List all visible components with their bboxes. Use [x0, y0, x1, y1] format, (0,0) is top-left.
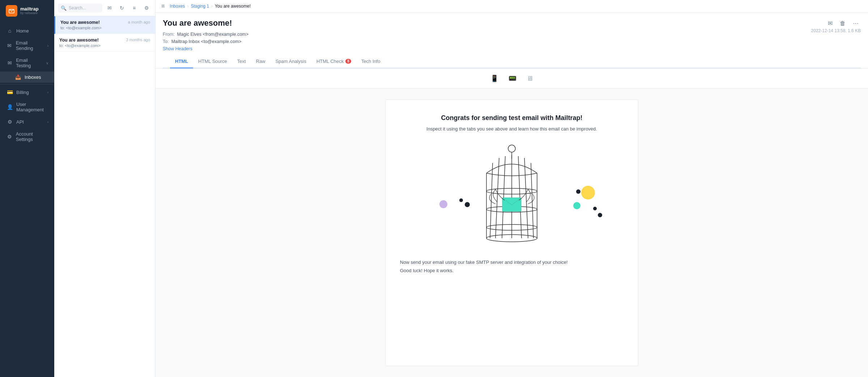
tab-spam-analysis-label: Spam Analysis: [276, 59, 306, 64]
breadcrumb-current: You are awesome!: [215, 4, 251, 9]
chevron-icon: ›: [47, 44, 48, 48]
table-row[interactable]: You are awesome! a month ago to: <to@exa…: [54, 16, 155, 34]
sidebar-item-email-sending[interactable]: ✉ Email Sending ›: [0, 37, 54, 54]
tab-tech-info[interactable]: Tech Info: [356, 55, 386, 68]
refresh-btn[interactable]: ↻: [117, 3, 127, 13]
cage-svg: [476, 144, 548, 249]
breadcrumb-staging[interactable]: Staging 1: [191, 4, 209, 9]
mobile-view-button[interactable]: 📱: [488, 73, 501, 84]
svg-line-6: [495, 158, 499, 238]
tab-spam-analysis[interactable]: Spam Analysis: [271, 55, 311, 68]
svg-point-2: [508, 145, 515, 152]
tab-html-source-label: HTML Source: [198, 59, 227, 64]
email-rendered: Congrats for sending test email with Mai…: [156, 89, 868, 377]
breadcrumb: ≡ Inboxes › Staging 1 › You are awesome!: [156, 0, 868, 13]
sidebar-item-home[interactable]: ⌂ Home: [0, 25, 54, 37]
sidebar-item-account-settings[interactable]: ⚙ Account Settings: [0, 128, 54, 145]
congrats-title: Congrats for sending test email with Mai…: [400, 114, 624, 122]
group-btn[interactable]: ≡: [129, 3, 139, 13]
tab-html[interactable]: HTML: [170, 55, 193, 68]
tablet-view-button[interactable]: 📟: [506, 73, 519, 84]
sidebar-item-user-management-label: User Management: [16, 102, 48, 112]
tab-html-source[interactable]: HTML Source: [193, 55, 232, 68]
email-list-panel: 🔍 ✉ ↻ ≡ ⚙ You are awesome! a month ago t…: [54, 0, 156, 377]
table-row[interactable]: You are awesome! 3 months ago to: <to@ex…: [54, 34, 155, 52]
sidebar-item-billing[interactable]: 💳 Billing ›: [0, 86, 54, 98]
home-icon: ⌂: [7, 28, 13, 34]
main-content: ≡ Inboxes › Staging 1 › You are awesome!…: [156, 0, 868, 377]
breadcrumb-separator-2: ›: [211, 4, 213, 9]
to-label: To:: [163, 39, 169, 44]
billing-chevron-icon: ›: [47, 90, 48, 94]
search-icon: 🔍: [61, 5, 67, 11]
more-options-button[interactable]: ⋯: [851, 18, 861, 28]
email-list-toolbar: 🔍 ✉ ↻ ≡ ⚙: [54, 0, 155, 16]
api-icon: ⚙: [7, 119, 13, 125]
html-check-badge: 8: [345, 59, 351, 64]
email-subject: You are awesome!: [59, 38, 99, 43]
email-title: You are awesome!: [163, 18, 248, 28]
email-actions: ✉ 🗑 ⋯: [826, 18, 861, 28]
email-filter-btn[interactable]: ✉: [105, 3, 115, 13]
delete-email-button[interactable]: 🗑: [838, 19, 848, 28]
dot-dark-4: [593, 207, 597, 210]
tab-text-label: Text: [237, 59, 246, 64]
sidebar-item-email-testing-label: Email Testing: [16, 57, 42, 68]
tab-raw-label: Raw: [256, 59, 265, 64]
sidebar-item-inboxes-label: Inboxes: [25, 74, 41, 80]
tab-text[interactable]: Text: [232, 55, 251, 68]
after-cage-text: Now send your email using our fake SMTP …: [400, 251, 624, 275]
settings-btn[interactable]: ⚙: [141, 3, 152, 13]
svg-line-10: [524, 158, 528, 238]
tab-raw[interactable]: Raw: [251, 55, 271, 68]
email-tabs: HTML HTML Source Text Raw Spam Analysis …: [163, 55, 861, 68]
sidebar-nav: ⌂ Home ✉ Email Sending › ✉ Email Testing…: [0, 22, 54, 377]
email-datetime: 2022-12-14 13:58, 1.6 KB: [811, 28, 861, 33]
sidebar-item-email-testing[interactable]: ✉ Email Testing ∨: [0, 54, 54, 72]
group-icon: ≡: [133, 5, 136, 11]
gear-icon: ⚙: [144, 5, 149, 11]
sidebar-item-inboxes[interactable]: 📥 Inboxes: [0, 72, 54, 83]
tablet-icon: 📟: [509, 75, 516, 82]
forward-icon: ✉: [828, 20, 833, 26]
sidebar-item-user-management[interactable]: 👤 User Management: [0, 98, 54, 116]
from-value: Magic Elves <from@example.com>: [177, 32, 248, 37]
search-input[interactable]: [69, 5, 99, 10]
email-content-box: Congrats for sending test email with Mai…: [385, 99, 638, 366]
email-body-wrapper: 📱 📟 🖥 Congrats for sending test email wi…: [156, 69, 868, 377]
tab-html-label: HTML: [175, 59, 188, 64]
dot-dark-2: [465, 202, 470, 207]
followup-line-1: Now send your email using our fake SMTP …: [400, 258, 624, 266]
dot-dark-1: [459, 198, 463, 202]
dot-dark-5: [598, 213, 602, 217]
cage-illustration: [421, 142, 602, 251]
email-to: to: <to@example.com>: [59, 43, 150, 48]
search-box[interactable]: 🔍: [58, 4, 102, 13]
desktop-view-button[interactable]: 🖥: [524, 73, 536, 84]
sidebar-item-home-label: Home: [16, 28, 29, 34]
email-testing-icon: ✉: [7, 60, 12, 66]
hamburger-button[interactable]: ≡: [161, 3, 167, 9]
show-headers-button[interactable]: Show Headers: [163, 46, 192, 51]
sidebar-item-api[interactable]: ⚙ API ›: [0, 116, 54, 128]
congrats-text: Inspect it using the tabs you see above …: [400, 126, 624, 132]
more-icon: ⋯: [853, 20, 859, 26]
filter-icon: ✉: [107, 5, 112, 11]
inbox-icon: 📥: [15, 74, 21, 80]
logo-name: mailtrap: [20, 7, 39, 12]
email-meta: From: Magic Elves <from@example.com> To:…: [163, 31, 248, 45]
email-sending-icon: ✉: [7, 43, 12, 48]
sidebar-item-account-settings-label: Account Settings: [16, 131, 48, 142]
breadcrumb-inboxes[interactable]: Inboxes: [170, 4, 185, 9]
dot-teal: [573, 202, 580, 209]
sidebar: mailtrap by railsware ⌂ Home ✉ Email Sen…: [0, 0, 54, 377]
desktop-icon: 🖥: [527, 75, 533, 82]
email-subject: You are awesome!: [60, 20, 100, 25]
tab-html-check[interactable]: HTML Check 8: [311, 55, 356, 68]
device-toggles: 📱 📟 🖥: [156, 69, 868, 89]
email-time: a month ago: [128, 20, 150, 24]
forward-email-button[interactable]: ✉: [826, 18, 835, 28]
account-settings-icon: ⚙: [7, 134, 12, 140]
trash-icon: 🗑: [840, 20, 846, 26]
svg-line-7: [502, 156, 505, 238]
